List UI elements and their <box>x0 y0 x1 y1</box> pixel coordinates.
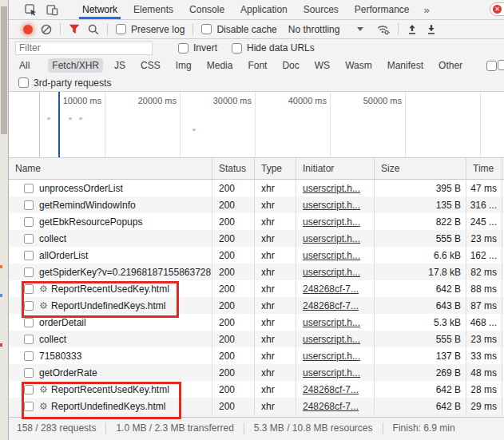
column-header-type[interactable]: Type <box>255 158 296 179</box>
resource-type-chip[interactable]: Media <box>203 58 237 73</box>
resource-type-chip[interactable]: CSS <box>137 58 165 73</box>
request-checkbox[interactable] <box>24 268 34 277</box>
more-tabs-chevron[interactable]: » <box>418 4 436 16</box>
resource-type-chip[interactable]: JS <box>110 58 129 73</box>
initiator-link[interactable]: userscript.h... <box>303 334 360 345</box>
request-row[interactable]: ReportRecentUsedKey.html200xhr248268cf-7… <box>9 280 504 297</box>
resource-type-chip[interactable]: Wasm <box>341 58 376 73</box>
status-segment: 1.0 MB / 2.3 MB transferred <box>106 422 244 434</box>
request-checkbox[interactable] <box>24 200 34 210</box>
panel-tab[interactable]: Sources <box>296 0 347 19</box>
request-checkbox[interactable] <box>24 385 34 394</box>
initiator-link[interactable]: userscript.h... <box>303 183 360 194</box>
initiator-link[interactable]: userscript.h... <box>303 317 360 328</box>
page-scrollbar[interactable] <box>0 0 8 440</box>
column-header-initiator[interactable]: Initiator <box>296 158 375 179</box>
request-size-cell: 137 B <box>375 347 466 364</box>
throttling-select[interactable]: No throttling <box>288 24 364 35</box>
request-row[interactable]: getOrderRate200xhruserscript.h...269 B48… <box>9 364 504 381</box>
request-row[interactable]: collect200xhruserscript.h...555 B23 ms <box>9 331 504 347</box>
request-checkbox[interactable] <box>24 234 34 244</box>
request-row[interactable]: getSpiderKey?v=0.21968187155863728200xhr… <box>9 264 504 280</box>
resource-type-chip[interactable]: Img <box>172 58 196 73</box>
request-row[interactable]: orderDetail200xhruserscript.h...5.3 kB46… <box>9 314 504 331</box>
initiator-link[interactable]: 248268cf-7... <box>303 300 359 311</box>
resource-type-chip[interactable]: Fetch/XHR <box>48 58 103 73</box>
request-checkbox[interactable] <box>24 251 34 260</box>
request-row[interactable]: ReportRecentUsedKey.html200xhr248268cf-7… <box>9 381 504 398</box>
initiator-link[interactable]: userscript.h... <box>303 233 360 244</box>
search-icon[interactable] <box>88 22 99 37</box>
column-header-name[interactable]: Name <box>9 158 212 179</box>
export-har-icon[interactable] <box>426 22 437 37</box>
request-checkbox[interactable] <box>24 368 34 378</box>
request-initiator-cell: 248268cf-7... <box>296 280 375 297</box>
request-row[interactable]: collect200xhruserscript.h...555 B23 ms <box>9 230 504 247</box>
resource-type-chip[interactable]: Doc <box>278 58 303 73</box>
panel-tab[interactable]: Performance <box>347 0 418 19</box>
blocked-requests-checkbox[interactable] <box>498 60 504 70</box>
request-row[interactable]: ReportUndefinedKeys.html200xhr248268cf-7… <box>9 297 504 314</box>
clear-network-log-icon[interactable] <box>41 22 52 37</box>
column-header-size[interactable]: Size <box>375 158 466 179</box>
request-row[interactable]: getEbkResourcePopups200xhruserscript.h..… <box>9 213 504 230</box>
column-header-time[interactable]: Time <box>466 158 502 179</box>
filter-input[interactable] <box>15 42 153 55</box>
request-type-cell: xhr <box>255 264 296 280</box>
request-checkbox[interactable] <box>24 217 34 227</box>
panel-tab[interactable]: Console <box>181 0 232 19</box>
panel-tab[interactable]: Elements <box>125 0 181 19</box>
hide-data-urls-checkbox[interactable] <box>232 43 242 54</box>
error-count-badge[interactable]: ✕ <box>490 2 504 16</box>
import-har-icon[interactable] <box>407 22 418 37</box>
request-checkbox[interactable] <box>24 402 34 411</box>
initiator-link[interactable]: userscript.h... <box>303 267 360 278</box>
request-status-cell: 200 <box>212 247 255 264</box>
request-row[interactable]: allOrderList200xhruserscript.h...6.6 kB1… <box>9 247 504 264</box>
filter-funnel-icon[interactable] <box>69 22 80 37</box>
request-checkbox[interactable] <box>24 184 34 193</box>
request-checkbox[interactable] <box>24 301 34 311</box>
initiator-link[interactable]: 248268cf-7... <box>303 384 359 395</box>
column-header-status[interactable]: Status <box>212 158 255 179</box>
request-checkbox[interactable] <box>24 284 34 294</box>
request-row[interactable]: unprocessOrderList200xhruserscript.h...3… <box>9 180 504 196</box>
initiator-link[interactable]: userscript.h... <box>303 367 360 379</box>
devtools-tab-bar: NetworkElementsConsoleApplicationSources… <box>9 0 504 20</box>
resource-type-chip[interactable]: All <box>15 58 34 73</box>
resource-type-chip[interactable]: Other <box>435 58 466 73</box>
request-name-cell: getSpiderKey?v=0.21968187155863728 <box>9 264 212 280</box>
initiator-link[interactable]: userscript.h... <box>303 250 360 261</box>
request-time-cell: 28 ms <box>466 381 502 398</box>
network-overview-timeline[interactable]: 10000 ms20000 ms30000 ms40000 ms50000 ms <box>9 92 504 158</box>
resource-type-chip[interactable]: WS <box>311 58 334 73</box>
initiator-link[interactable]: userscript.h... <box>303 216 360 228</box>
has-blocked-cookies-checkbox[interactable] <box>486 61 497 71</box>
request-row[interactable]: 71580333200xhruserscript.h...137 B33 ms <box>9 347 504 364</box>
device-toolbar-icon[interactable] <box>45 2 59 17</box>
request-checkbox[interactable] <box>24 335 34 344</box>
record-network-log-button[interactable] <box>23 22 33 37</box>
request-row[interactable]: getRemindWindowInfo200xhruserscript.h...… <box>9 196 504 213</box>
invert-checkbox[interactable] <box>178 43 189 54</box>
initiator-link[interactable]: 248268cf-7... <box>303 283 359 295</box>
panel-tab[interactable]: Application <box>232 0 296 19</box>
resource-type-chip[interactable]: Font <box>244 58 271 73</box>
initiator-link[interactable]: 248268cf-7... <box>303 401 359 412</box>
gear-icon <box>39 301 48 310</box>
resource-type-chip[interactable]: Manifest <box>383 58 427 73</box>
preserve-log-checkbox[interactable] <box>116 24 126 34</box>
request-row[interactable]: ReportUndefinedKeys.html200xhr248268cf-7… <box>9 398 504 414</box>
initiator-link[interactable]: userscript.h... <box>303 351 360 362</box>
panel-tab[interactable]: Network <box>74 0 125 19</box>
disable-cache-checkbox[interactable] <box>201 24 212 34</box>
request-checkbox[interactable] <box>24 351 34 361</box>
request-status-cell: 200 <box>212 398 255 414</box>
third-party-requests-checkbox[interactable] <box>18 77 29 88</box>
inspect-element-icon[interactable] <box>23 2 38 17</box>
initiator-link[interactable]: userscript.h... <box>303 200 360 211</box>
page-scrollbar-thumb[interactable] <box>1 6 7 134</box>
network-conditions-icon[interactable] <box>376 22 390 37</box>
request-checkbox[interactable] <box>24 318 34 327</box>
gear-icon <box>39 402 48 410</box>
